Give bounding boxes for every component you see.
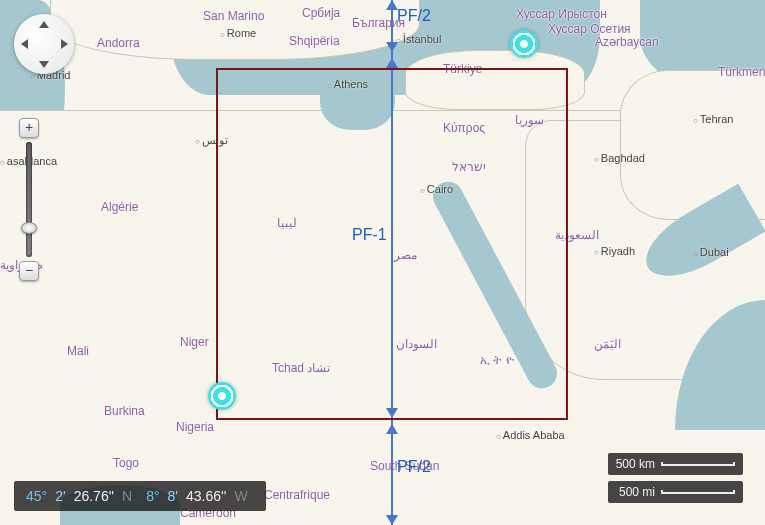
country-label: Algérie — [101, 200, 138, 214]
scale-display: 500 km 500 mi — [608, 453, 743, 503]
scale-km-label: 500 km — [616, 457, 655, 471]
lon-seconds: 43.66'' — [186, 488, 226, 504]
scale-mi: 500 mi — [608, 481, 743, 503]
country-label: Nigeria — [176, 420, 214, 434]
country-label: اليَمَن — [594, 337, 621, 351]
country-label: San Marino — [203, 9, 264, 23]
scale-km: 500 km — [608, 453, 743, 475]
guide-label-middle: PF-1 — [352, 226, 387, 244]
lat-degrees: 45° — [26, 488, 47, 504]
country-label: Centrafrique — [264, 488, 330, 502]
lat-seconds: 26.76'' — [74, 488, 114, 504]
scale-bar-icon — [661, 462, 735, 466]
guide-label-top: PF/2 — [397, 7, 431, 25]
map-viewport[interactable]: AndorraSan MarinoRomeСрбијаБългарияShqip… — [0, 0, 765, 525]
pin-southwest[interactable] — [208, 382, 236, 410]
zoom-in-button[interactable]: + — [19, 118, 39, 138]
country-label: Türkmen — [718, 65, 765, 79]
lon-minutes: 8' — [168, 488, 178, 504]
scale-bar-icon — [661, 490, 735, 494]
pan-north-icon[interactable] — [39, 21, 49, 28]
zoom-out-button[interactable]: − — [19, 261, 39, 281]
lon-degrees: 8° — [146, 488, 159, 504]
bounding-box[interactable] — [216, 68, 568, 420]
country-label: Shqipëria — [289, 34, 340, 48]
arrow-down-icon — [386, 42, 398, 52]
coordinate-readout: 45° 2' 26.76'' N 8° 8' 43.66'' W — [14, 481, 266, 511]
country-label: Хуссар Осетия — [548, 22, 631, 36]
pan-east-icon[interactable] — [61, 39, 68, 49]
lat-hemisphere: N — [122, 488, 132, 504]
city-label: Addis Ababa — [496, 429, 565, 441]
zoom-control: + − — [18, 118, 40, 281]
city-label: Baghdad — [594, 152, 645, 164]
country-label: Хуссар Ирыстон — [516, 7, 607, 21]
arrow-up-icon — [386, 424, 398, 434]
country-label: Andorra — [97, 36, 140, 50]
arrow-down-icon — [386, 515, 398, 525]
city-label: Riyadh — [594, 245, 635, 257]
guide-label-bottom: PF/2 — [397, 458, 431, 476]
country-label: Србија — [302, 6, 340, 20]
country-label: Burkina — [104, 404, 145, 418]
country-label: Azərbaycan — [595, 35, 659, 49]
country-label: Mali — [67, 344, 89, 358]
city-label: Dubai — [693, 246, 729, 258]
country-label: Togo — [113, 456, 139, 470]
zoom-slider-thumb[interactable] — [21, 222, 37, 234]
pan-control[interactable] — [14, 14, 74, 74]
city-label: İstanbul — [396, 33, 441, 45]
lat-minutes: 2' — [55, 488, 65, 504]
scale-mi-label: 500 mi — [619, 485, 655, 499]
city-label: Rome — [220, 27, 256, 39]
pan-west-icon[interactable] — [21, 39, 28, 49]
arrow-up-icon — [386, 58, 398, 68]
lon-hemisphere: W — [234, 488, 247, 504]
pin-northeast[interactable] — [510, 30, 538, 58]
country-label: Niger — [180, 335, 209, 349]
city-label: Tehran — [693, 113, 733, 125]
zoom-slider-track[interactable] — [26, 142, 32, 257]
pan-south-icon[interactable] — [39, 61, 49, 68]
